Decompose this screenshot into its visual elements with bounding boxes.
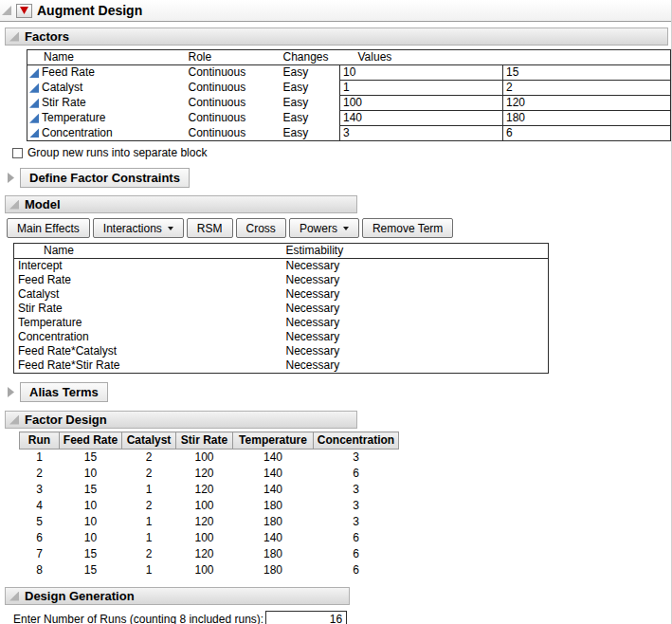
design-value-cell: 140 [233, 450, 314, 467]
term-name-cell[interactable]: Feed Rate*Stir Rate [14, 358, 270, 374]
design-value-cell: 120 [176, 482, 233, 498]
disclosure-open-icon[interactable] [9, 592, 19, 601]
model-section-header[interactable]: Model [5, 195, 357, 213]
model-term-row: Stir RateNecessary [14, 302, 549, 316]
term-estimability-cell[interactable]: Necessary [270, 358, 549, 374]
factor-row: Stir RateContinuousEasy100120 [27, 96, 671, 111]
factors-section-header[interactable]: Factors [5, 28, 668, 46]
factors-col-role: Role [187, 50, 282, 65]
factor-changes-cell[interactable]: Easy [282, 96, 340, 111]
factor-name-label: Concentration [42, 126, 113, 140]
design-value-cell: 1 [122, 514, 176, 530]
design-header-row: Run Feed Rate Catalyst Stir Rate Tempera… [20, 432, 399, 450]
disclosure-open-icon[interactable] [2, 6, 11, 15]
design-value-cell: 100 [176, 498, 233, 514]
factor-row: ConcentrationContinuousEasy36 [27, 126, 671, 141]
term-name-cell[interactable]: Catalyst [14, 287, 270, 302]
continuous-factor-icon [29, 68, 39, 78]
design-value-cell: 180 [233, 562, 314, 578]
factor-name-cell[interactable]: Feed Rate [27, 65, 187, 81]
main-effects-button[interactable]: Main Effects [7, 218, 90, 238]
factor-name-label: Feed Rate [42, 65, 95, 80]
term-estimability-cell[interactable]: Necessary [270, 287, 549, 302]
design-value-cell: 180 [233, 546, 314, 562]
design-value-cell: 2 [122, 546, 176, 562]
factor-high-value-cell[interactable]: 180 [503, 111, 671, 126]
page-title: Augment Design [37, 3, 142, 18]
disclosure-open-icon[interactable] [9, 415, 19, 425]
continuous-factor-icon [29, 83, 39, 93]
term-estimability-cell[interactable]: Necessary [270, 302, 549, 316]
disclosure-open-icon[interactable] [9, 32, 19, 42]
factor-role-cell[interactable]: Continuous [187, 111, 282, 126]
disclosure-closed-icon[interactable] [8, 173, 14, 183]
design-value-cell: 6 [314, 530, 399, 546]
rsm-button[interactable]: RSM [187, 218, 233, 238]
button-label: Remove Term [372, 222, 443, 235]
menu-arrow-icon [343, 227, 349, 230]
red-triangle-menu-button[interactable] [16, 4, 32, 18]
factor-low-value-cell[interactable]: 140 [340, 111, 503, 126]
cross-button[interactable]: Cross [236, 218, 286, 238]
disclosure-open-icon[interactable] [9, 200, 19, 210]
term-name-cell[interactable]: Feed Rate*Catalyst [14, 344, 270, 358]
factor-high-value-cell[interactable]: 15 [503, 65, 671, 81]
alias-terms-header[interactable]: Alias Terms [20, 382, 108, 402]
design-value-cell: 6 [20, 530, 60, 546]
design-value-cell: 100 [176, 450, 233, 467]
disclosure-closed-icon[interactable] [8, 387, 14, 397]
factors-col-name: Name [27, 50, 187, 65]
term-estimability-cell[interactable]: Necessary [270, 344, 549, 358]
term-name-cell[interactable]: Feed Rate [14, 273, 270, 287]
factor-changes-cell[interactable]: Easy [282, 126, 340, 141]
factor-name-cell[interactable]: Catalyst [27, 81, 187, 96]
red-triangle-icon [20, 7, 28, 14]
group-new-runs-checkbox[interactable] [12, 148, 23, 158]
factor-low-value-cell[interactable]: 3 [340, 126, 503, 141]
factor-changes-cell[interactable]: Easy [282, 111, 340, 126]
interactions-button[interactable]: Interactions [93, 218, 184, 238]
factor-high-value-cell[interactable]: 120 [503, 96, 671, 111]
design-value-cell: 10 [60, 530, 122, 546]
factor-role-cell[interactable]: Continuous [187, 126, 282, 141]
term-name-cell[interactable]: Stir Rate [14, 302, 270, 316]
remove-term-button[interactable]: Remove Term [362, 218, 453, 238]
factor-changes-cell[interactable]: Easy [282, 65, 340, 81]
factor-changes-cell[interactable]: Easy [282, 81, 340, 96]
factor-role-cell[interactable]: Continuous [187, 96, 282, 111]
factor-role-cell[interactable]: Continuous [187, 81, 282, 96]
term-name-cell[interactable]: Concentration [14, 330, 270, 344]
factors-table: Name Role Changes Values Feed RateContin… [27, 49, 671, 141]
factor-low-value-cell[interactable]: 1 [340, 81, 503, 96]
term-estimability-cell[interactable]: Necessary [270, 259, 549, 274]
factor-role-cell[interactable]: Continuous [187, 65, 282, 81]
powers-button[interactable]: Powers [289, 218, 359, 238]
design-value-cell: 100 [176, 562, 233, 578]
factor-low-value-cell[interactable]: 10 [340, 65, 503, 81]
number-of-runs-label: Enter Number of Runs (counting 8 include… [13, 613, 263, 624]
factor-high-value-cell[interactable]: 6 [503, 126, 671, 141]
factor-design-section-header[interactable]: Factor Design [5, 411, 357, 429]
factor-design-title: Factor Design [25, 413, 107, 427]
design-value-cell: 140 [233, 466, 314, 482]
number-of-runs-input[interactable] [265, 611, 347, 624]
factor-name-cell[interactable]: Concentration [27, 126, 187, 141]
term-estimability-cell[interactable]: Necessary [270, 316, 549, 330]
factor-name-cell[interactable]: Temperature [27, 111, 187, 126]
design-value-cell: 1 [122, 482, 176, 498]
factor-low-value-cell[interactable]: 100 [340, 96, 503, 111]
design-value-cell: 1 [20, 450, 60, 467]
design-generation-section-header[interactable]: Design Generation [5, 587, 350, 605]
factor-row: Feed RateContinuousEasy1015 [27, 65, 671, 81]
factor-high-value-cell[interactable]: 2 [503, 81, 671, 96]
term-estimability-cell[interactable]: Necessary [270, 330, 549, 344]
term-name-cell[interactable]: Temperature [14, 316, 270, 330]
design-value-cell: 3 [20, 482, 60, 498]
model-col-estimability: Estimability [270, 244, 549, 259]
design-col-stir-rate: Stir Rate [176, 432, 233, 450]
term-estimability-cell[interactable]: Necessary [270, 273, 549, 287]
define-factor-constraints-header[interactable]: Define Factor Constraints [20, 168, 190, 188]
factor-name-cell[interactable]: Stir Rate [27, 96, 187, 111]
term-name-cell[interactable]: Intercept [14, 259, 270, 274]
augment-design-header: Augment Design [0, 0, 671, 22]
